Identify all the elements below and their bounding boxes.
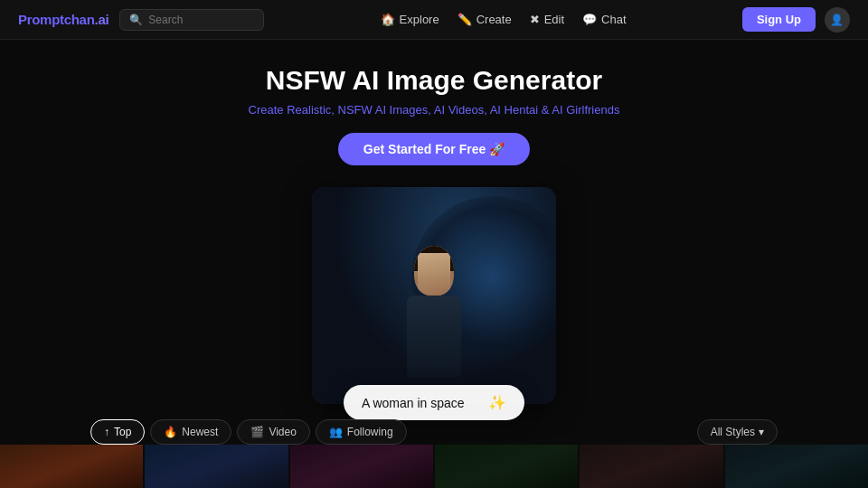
create-label: Create	[476, 13, 512, 26]
filter-newest-label: Newest	[182, 426, 218, 438]
create-icon: ✏️	[458, 13, 472, 26]
get-started-button[interactable]: Get Started For Free 🚀	[338, 133, 530, 165]
prompt-magic-icon: ✨	[488, 394, 506, 411]
chevron-down-icon: ▾	[759, 426, 764, 438]
all-styles-label: All Styles	[711, 426, 755, 438]
nav-item-create[interactable]: ✏️ Create	[458, 13, 512, 26]
filter-following-label: Following	[347, 426, 393, 438]
hero-title: NSFW AI Image Generator	[266, 65, 602, 96]
nav-right: Sign Up 👤	[742, 7, 850, 33]
video-icon: 🎬	[250, 426, 264, 438]
chat-label: Chat	[601, 13, 626, 26]
thumbnail-6[interactable]	[725, 445, 868, 488]
filter-top-label: Top	[114, 426, 131, 438]
home-icon: 🏠	[381, 13, 395, 26]
filter-video-label: Video	[269, 426, 296, 438]
hero-section: NSFW AI Image Generator Create Realistic…	[0, 40, 868, 404]
nav-item-edit[interactable]: ✖ Edit	[530, 13, 564, 26]
thumbnail-4[interactable]	[435, 445, 578, 488]
search-icon: 🔍	[129, 14, 143, 26]
prompt-text: A woman in space	[362, 396, 465, 410]
edit-label: Edit	[544, 13, 564, 26]
search-input[interactable]	[148, 14, 257, 26]
explore-label: Explore	[400, 13, 439, 26]
edit-icon: ✖	[530, 13, 540, 26]
filter-top[interactable]: ↑ Top	[90, 419, 145, 445]
filter-newest[interactable]: 🔥 Newest	[150, 419, 231, 445]
nav-left: Promptchan.ai 🔍	[18, 9, 264, 31]
thumbnail-5[interactable]	[580, 445, 722, 488]
nav-center: 🏠 Explore ✏️ Create ✖ Edit 💬 Chat	[381, 13, 627, 26]
filter-video[interactable]: 🎬 Video	[237, 419, 309, 445]
thumbnail-1[interactable]	[0, 445, 143, 488]
logo-text: Promptchan	[18, 12, 95, 27]
get-started-label: Get Started For Free 🚀	[363, 142, 505, 156]
nav-item-chat[interactable]: 💬 Chat	[582, 13, 626, 26]
hero-image-card	[312, 187, 556, 404]
nav-item-explore[interactable]: 🏠 Explore	[381, 13, 439, 26]
fire-icon: 🔥	[164, 426, 177, 438]
filter-following[interactable]: 👥 Following	[316, 419, 407, 445]
signup-button[interactable]: Sign Up	[742, 7, 816, 32]
search-box[interactable]: 🔍	[119, 9, 264, 31]
filter-bar: ↑ Top 🔥 Newest 🎬 Video 👥 Following All S…	[0, 419, 868, 445]
logo: Promptchan.ai	[18, 12, 108, 27]
prompt-bubble[interactable]: A woman in space ✨	[344, 385, 524, 420]
woman-figure	[407, 246, 461, 377]
thumbnail-3[interactable]	[290, 445, 433, 488]
thumbnail-2[interactable]	[145, 445, 288, 488]
following-icon: 👥	[329, 426, 343, 438]
all-styles-button[interactable]: All Styles ▾	[697, 419, 778, 445]
thumbnail-row	[0, 445, 868, 488]
hero-subtitle: Create Realistic, NSFW AI Images, AI Vid…	[249, 103, 620, 117]
logo-suffix: .ai	[95, 12, 109, 27]
navbar: Promptchan.ai 🔍 🏠 Explore ✏️ Create ✖ Ed…	[0, 0, 868, 40]
top-arrow-icon: ↑	[104, 426, 109, 438]
avatar-button[interactable]: 👤	[825, 7, 850, 33]
image-card-container: A woman in space ✨	[312, 187, 556, 404]
chat-icon: 💬	[582, 13, 597, 26]
avatar-icon: 👤	[830, 14, 844, 26]
